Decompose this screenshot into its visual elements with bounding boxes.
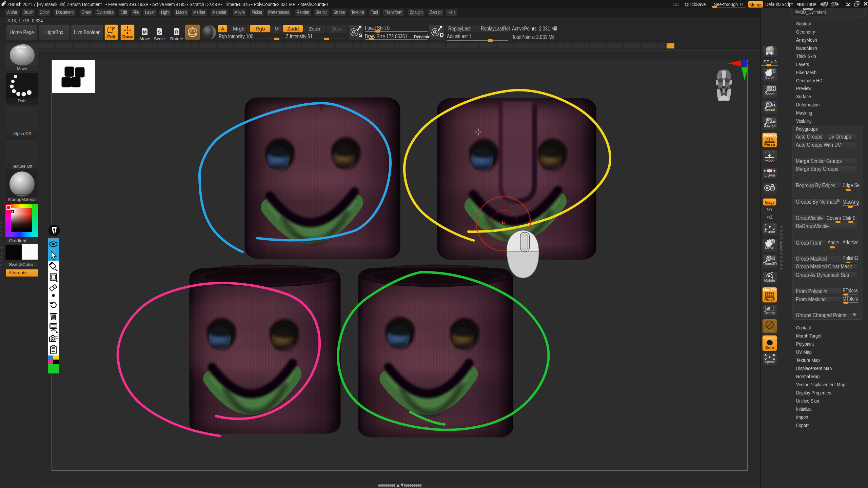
- svg-text:S: S: [158, 29, 161, 35]
- svg-text:D: D: [440, 32, 444, 38]
- svg-text:M: M: [143, 29, 147, 35]
- svg-text:x1: x1: [771, 103, 775, 107]
- svg-text:S: S: [359, 32, 362, 38]
- svg-text:R: R: [175, 29, 178, 35]
